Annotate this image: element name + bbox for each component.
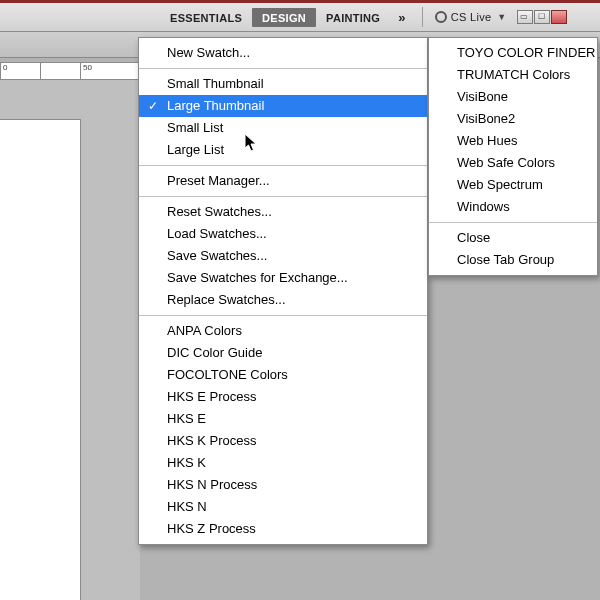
- window-close-button[interactable]: [551, 10, 567, 24]
- window-buttons: ▭ ☐: [517, 10, 567, 24]
- cs-live-button[interactable]: CS Live ▼: [431, 11, 511, 23]
- horizontal-ruler: 0 50: [0, 62, 140, 80]
- menu-item[interactable]: HKS N Process: [139, 474, 427, 496]
- menu-item-label: Large List: [167, 142, 224, 157]
- menu-item[interactable]: ✓Large Thumbnail: [139, 95, 427, 117]
- menu-item[interactable]: Web Spectrum: [429, 174, 597, 196]
- menu-item-label: Windows: [457, 199, 510, 214]
- menu-item[interactable]: HKS K: [139, 452, 427, 474]
- menu-item-label: Preset Manager...: [167, 173, 270, 188]
- workspace-design[interactable]: DESIGN: [252, 8, 316, 27]
- menu-item-label: DIC Color Guide: [167, 345, 262, 360]
- workspace-painting[interactable]: PAINTING: [316, 8, 390, 27]
- menu-item[interactable]: Small List: [139, 117, 427, 139]
- workspace-switcher-bar: ESSENTIALS DESIGN PAINTING » CS Live ▼ ▭…: [0, 0, 600, 32]
- menu-item[interactable]: HKS E Process: [139, 386, 427, 408]
- menu-item[interactable]: HKS E: [139, 408, 427, 430]
- check-icon: ✓: [148, 97, 158, 115]
- menu-item[interactable]: Windows: [429, 196, 597, 218]
- menu-item-label: HKS E: [167, 411, 206, 426]
- ruler-tick: [40, 63, 80, 79]
- menu-item-label: Small List: [167, 120, 223, 135]
- menu-item[interactable]: Web Safe Colors: [429, 152, 597, 174]
- ruler-tick: 50: [80, 63, 120, 79]
- menu-item[interactable]: Preset Manager...: [139, 170, 427, 192]
- menu-item-label: Reset Swatches...: [167, 204, 272, 219]
- menu-item-label: Replace Swatches...: [167, 292, 286, 307]
- menu-item-label: TOYO COLOR FINDER: [457, 45, 595, 60]
- menu-item[interactable]: Web Hues: [429, 130, 597, 152]
- menu-item[interactable]: Replace Swatches...: [139, 289, 427, 311]
- menu-item-label: Load Swatches...: [167, 226, 267, 241]
- menu-separator: [139, 68, 427, 69]
- cs-live-icon: [435, 11, 447, 23]
- menu-item[interactable]: HKS Z Process: [139, 518, 427, 540]
- menu-separator: [429, 222, 597, 223]
- menu-item[interactable]: Close: [429, 227, 597, 249]
- document-canvas[interactable]: [0, 120, 80, 600]
- menu-item-label: ANPA Colors: [167, 323, 242, 338]
- menu-item-label: Web Safe Colors: [457, 155, 555, 170]
- workspace-essentials[interactable]: ESSENTIALS: [160, 8, 252, 27]
- window-maximize-button[interactable]: ☐: [534, 10, 550, 24]
- menu-item-label: FOCOLTONE Colors: [167, 367, 288, 382]
- window-minimize-button[interactable]: ▭: [517, 10, 533, 24]
- workspace-more-icon[interactable]: »: [390, 10, 414, 25]
- menu-item[interactable]: Save Swatches...: [139, 245, 427, 267]
- menu-item[interactable]: TOYO COLOR FINDER: [429, 42, 597, 64]
- menu-item-label: HKS K Process: [167, 433, 257, 448]
- menu-item-label: TRUMATCH Colors: [457, 67, 570, 82]
- ruler-tick: 0: [0, 63, 40, 79]
- menu-item[interactable]: TRUMATCH Colors: [429, 64, 597, 86]
- menu-item-label: HKS K: [167, 455, 206, 470]
- menu-item[interactable]: VisiBone: [429, 86, 597, 108]
- menu-item[interactable]: New Swatch...: [139, 42, 427, 64]
- menu-item-label: Large Thumbnail: [167, 98, 264, 113]
- menu-item[interactable]: Load Swatches...: [139, 223, 427, 245]
- menu-item[interactable]: ANPA Colors: [139, 320, 427, 342]
- menu-item-label: Web Spectrum: [457, 177, 543, 192]
- menu-item[interactable]: VisiBone2: [429, 108, 597, 130]
- menu-item-label: HKS Z Process: [167, 521, 256, 536]
- menu-item[interactable]: Large List: [139, 139, 427, 161]
- swatches-panel-menu-continued: TOYO COLOR FINDERTRUMATCH ColorsVisiBone…: [428, 37, 598, 276]
- swatches-panel-menu: New Swatch...Small Thumbnail✓Large Thumb…: [138, 37, 428, 545]
- menu-item[interactable]: Close Tab Group: [429, 249, 597, 271]
- menu-item-label: Web Hues: [457, 133, 517, 148]
- menu-separator: [139, 196, 427, 197]
- menu-item-label: VisiBone: [457, 89, 508, 104]
- menu-item[interactable]: Small Thumbnail: [139, 73, 427, 95]
- menu-item-label: Close: [457, 230, 490, 245]
- menu-item-label: HKS E Process: [167, 389, 257, 404]
- menu-item[interactable]: HKS N: [139, 496, 427, 518]
- menu-item-label: HKS N Process: [167, 477, 257, 492]
- menu-item-label: Save Swatches for Exchange...: [167, 270, 348, 285]
- menu-item-label: HKS N: [167, 499, 207, 514]
- menu-item-label: Close Tab Group: [457, 252, 554, 267]
- menu-item-label: New Swatch...: [167, 45, 250, 60]
- menu-item[interactable]: FOCOLTONE Colors: [139, 364, 427, 386]
- menu-separator: [139, 315, 427, 316]
- menu-item-label: Save Swatches...: [167, 248, 267, 263]
- divider: [422, 7, 423, 27]
- menu-item-label: VisiBone2: [457, 111, 515, 126]
- menu-item[interactable]: Save Swatches for Exchange...: [139, 267, 427, 289]
- chevron-down-icon: ▼: [495, 12, 506, 22]
- menu-item-label: Small Thumbnail: [167, 76, 264, 91]
- menu-item[interactable]: HKS K Process: [139, 430, 427, 452]
- menu-item[interactable]: DIC Color Guide: [139, 342, 427, 364]
- cs-live-label: CS Live: [451, 11, 492, 23]
- menu-item[interactable]: Reset Swatches...: [139, 201, 427, 223]
- menu-separator: [139, 165, 427, 166]
